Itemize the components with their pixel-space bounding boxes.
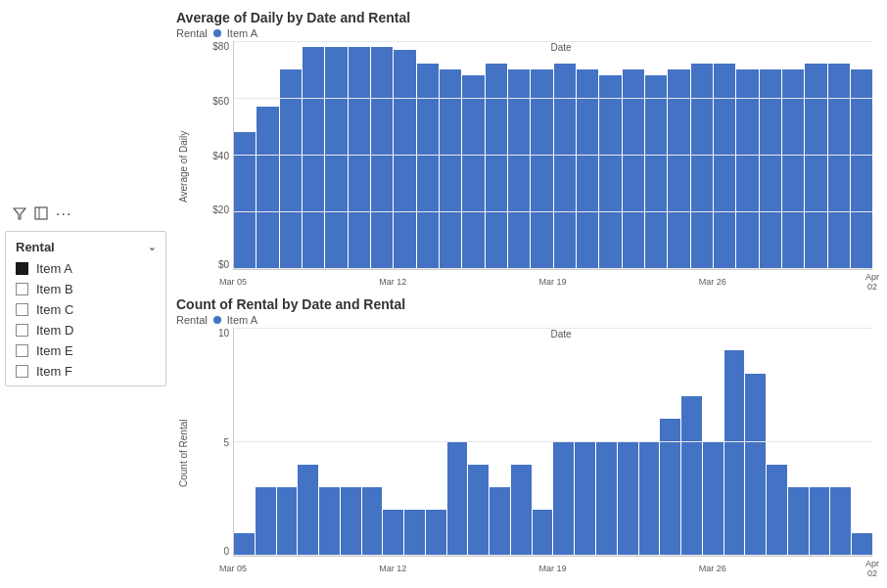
list-item[interactable]: Item C <box>6 299 165 320</box>
sidebar-panel: ··· Rental ⌄ Item A Item B Item C <box>0 0 171 588</box>
svg-rect-1 <box>35 207 47 219</box>
bar <box>577 69 598 269</box>
bar <box>426 510 446 556</box>
more-icon[interactable]: ··· <box>56 205 71 223</box>
bar <box>575 442 595 557</box>
item-d-label: Item D <box>36 323 73 338</box>
chart2-legend-label: Rental <box>176 314 208 326</box>
expand-icon[interactable] <box>34 206 48 223</box>
chart1-legend-item: Item A <box>227 27 257 39</box>
item-a-checkbox[interactable] <box>16 262 28 275</box>
bar <box>325 47 347 269</box>
x-tick-label: Mar 12 <box>379 277 406 287</box>
bar <box>760 69 781 269</box>
rental-label: Rental <box>16 240 55 254</box>
y-tick: 0 <box>223 546 229 557</box>
bar <box>486 64 507 269</box>
chart1-inner: $80 $60 $40 $20 $0 <box>196 41 872 292</box>
list-item[interactable]: Item B <box>6 279 165 299</box>
x-tick-label: Mar 26 <box>699 564 726 573</box>
chart1-y-label: Average of Daily <box>176 41 196 292</box>
bar <box>724 350 745 556</box>
chart2-title: Count of Rental by Date and Rental <box>176 296 872 312</box>
bar <box>257 107 278 269</box>
bar <box>362 487 383 556</box>
item-e-label: Item E <box>36 343 73 358</box>
chart1-y-ticks: $80 $60 $40 $20 $0 <box>196 41 233 270</box>
bar <box>554 64 576 269</box>
sidebar-toolbar: ··· <box>5 202 166 227</box>
bar <box>736 69 758 269</box>
bar <box>599 75 621 269</box>
x-tick-label: Apr 02 <box>865 272 879 292</box>
bar <box>508 69 530 269</box>
bar <box>691 64 713 269</box>
bar <box>440 69 461 269</box>
bar <box>490 487 510 556</box>
item-b-checkbox[interactable] <box>16 283 28 295</box>
chevron-down-icon: ⌄ <box>148 242 156 252</box>
bar <box>810 487 830 556</box>
list-item[interactable]: Item A <box>6 258 165 279</box>
bar <box>596 442 617 557</box>
x-tick-label: Mar 12 <box>379 564 406 573</box>
bar <box>417 64 439 269</box>
bar <box>703 442 724 557</box>
chart1-legend-label: Rental <box>176 27 208 39</box>
chart2-y-label: Count of Rental <box>176 328 196 578</box>
bar <box>371 47 393 269</box>
list-item[interactable]: Item E <box>6 340 165 361</box>
chart2-inner: 10 5 0 Mar 05Mar 12Mar 19Mar 26Apr 02 Da… <box>196 328 872 578</box>
chart1-legend: Rental Item A <box>176 27 872 39</box>
bar <box>788 487 809 556</box>
item-c-label: Item C <box>36 302 73 317</box>
item-a-label: Item A <box>36 261 72 276</box>
chart2-bars <box>233 328 872 557</box>
bar <box>618 442 638 557</box>
x-tick-label: Mar 05 <box>219 564 247 573</box>
item-f-label: Item F <box>36 364 72 379</box>
bar <box>782 69 804 269</box>
bar <box>511 465 532 556</box>
chart1-x-labels: Mar 05Mar 12Mar 19Mar 26Apr 02 <box>233 272 872 292</box>
bar <box>745 374 766 556</box>
item-f-checkbox[interactable] <box>16 365 28 378</box>
bar <box>681 396 702 556</box>
bar <box>828 64 850 269</box>
bar <box>623 69 644 269</box>
chart2-legend-item: Item A <box>227 314 257 326</box>
chart2-legend: Rental Item A <box>176 314 872 326</box>
chart2-x-labels: Mar 05Mar 12Mar 19Mar 26Apr 02 <box>233 559 872 578</box>
bar <box>553 442 574 557</box>
bar <box>234 132 256 269</box>
chart1-bars <box>233 41 872 270</box>
bar <box>394 50 415 269</box>
bar <box>341 487 361 556</box>
item-c-checkbox[interactable] <box>16 303 28 316</box>
item-d-checkbox[interactable] <box>16 324 28 337</box>
svg-marker-0 <box>14 208 25 219</box>
bar <box>852 533 872 556</box>
y-tick: $0 <box>218 259 229 270</box>
y-tick: 10 <box>218 328 229 339</box>
list-item[interactable]: Item D <box>6 320 165 340</box>
bar <box>447 442 468 557</box>
bar <box>714 64 735 269</box>
y-tick: $40 <box>212 151 229 161</box>
x-tick-label: Mar 05 <box>219 277 247 287</box>
bar <box>660 419 680 556</box>
item-e-checkbox[interactable] <box>16 344 28 357</box>
list-item[interactable]: Item F <box>6 361 165 382</box>
x-tick-label: Mar 26 <box>699 277 726 287</box>
y-tick: $60 <box>212 96 229 107</box>
bar <box>468 465 489 556</box>
x-tick-label: Apr 02 <box>865 559 879 578</box>
chart2-y-ticks: 10 5 0 <box>196 328 233 557</box>
chart1-body: Average of Daily $80 $60 $40 $20 $0 <box>176 41 872 292</box>
filter-icon[interactable] <box>13 206 26 223</box>
bar <box>668 69 689 269</box>
y-tick: $20 <box>212 204 229 215</box>
bar <box>256 487 276 556</box>
rental-header[interactable]: Rental ⌄ <box>6 236 165 258</box>
charts-area: Average of Daily by Date and Rental Rent… <box>171 0 887 588</box>
